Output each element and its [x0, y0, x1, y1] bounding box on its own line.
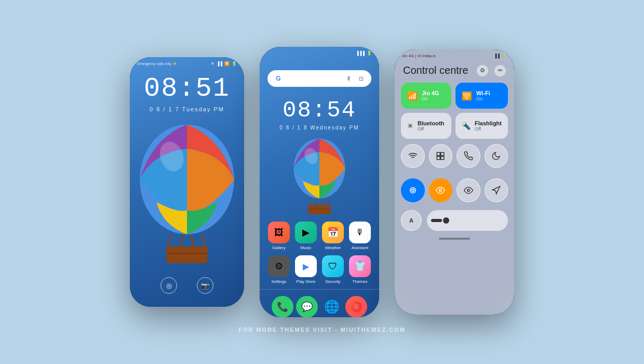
signal-icon: ▐▐: [217, 61, 222, 66]
app-security[interactable]: 🛡 Security: [321, 255, 344, 284]
flashlight-name: Flashlight: [475, 120, 502, 126]
phones-container: Emergency calls only ⚡ ✳ ▐▐ 🛜 🔋 08:51 0 …: [130, 47, 514, 317]
wifi-text: Wi-Fi On: [476, 90, 490, 101]
brightness-slider[interactable]: [427, 210, 508, 231]
lens-search-icon[interactable]: ⊡: [357, 74, 365, 83]
dock-messages[interactable]: 💬: [296, 296, 318, 317]
tile-bluetooth[interactable]: ✳ Bluetooth Off: [401, 113, 451, 139]
svg-point-23: [467, 189, 470, 192]
app-gallery[interactable]: 🖼 Gallery: [267, 222, 290, 250]
flashlight-status: Off: [475, 126, 502, 132]
playstore-icon: ▶: [295, 255, 317, 277]
weather-icon: 📅: [322, 222, 344, 243]
phone-2-homescreen: ▐▐▐ 🔋 G 🎙 ⊡ 08:54 0 8 / 1 8 Wednesday PM: [260, 47, 379, 317]
moon-round-btn[interactable]: [485, 144, 508, 168]
wifi-icon: 🛜: [224, 61, 230, 66]
svg-rect-18: [437, 157, 440, 160]
search-bar[interactable]: G 🎙 ⊡: [267, 70, 371, 87]
navigate-round-btn[interactable]: [485, 178, 508, 202]
camera-round-btn[interactable]: [401, 178, 425, 202]
wifi-tile-icon: 🛜: [462, 91, 472, 101]
bluetooth-name: Bluetooth: [418, 120, 444, 126]
phone-3-control: Jio 4G | VI India-Ic ▐▐ 🔋 Control centre…: [395, 49, 514, 315]
dock-phone[interactable]: 📞: [272, 296, 293, 317]
camera-bottom-icon[interactable]: ◎: [160, 277, 177, 294]
carrier-text: Jio 4G | VI India-Ic: [402, 54, 436, 58]
app-grid-row1: 🖼 Gallery ▶ Music 📅 Weather 🎙 Assistant: [260, 216, 379, 255]
dock: 📞 💬 🌐 ⭕: [260, 289, 379, 317]
app-grid-row2: ⚙ Settings ▶ Play Store 🛡 Security 👕 The…: [260, 255, 379, 289]
lock-bottom-icons: ◎ 📷: [130, 269, 244, 307]
balloon-2: [286, 133, 353, 216]
app-weather[interactable]: 📅 Weather: [321, 222, 344, 250]
wifi-round-btn[interactable]: [401, 144, 425, 168]
tile-jio4g[interactable]: 📶 Jio 4G On: [401, 83, 451, 109]
eye-round-btn[interactable]: [429, 178, 453, 202]
svg-line-12: [321, 199, 324, 206]
assistant-label: Assistant: [352, 245, 368, 250]
app-themes[interactable]: 👕 Themes: [348, 255, 371, 284]
tile-wifi[interactable]: 🛜 Wi-Fi On: [455, 83, 508, 109]
balloon-1: [130, 112, 244, 269]
control-row2: [395, 173, 514, 207]
home-date: 0 8 / 1 8 Wednesday PM: [260, 125, 379, 131]
weather-label: Weather: [325, 245, 341, 250]
battery-3: 🔋: [502, 54, 507, 58]
signal-3: ▐▐: [494, 54, 500, 58]
bluetooth-text: Bluetooth Off: [418, 120, 444, 132]
svg-rect-19: [441, 157, 444, 160]
svg-line-9: [309, 199, 311, 206]
camera-back-icon[interactable]: 📷: [197, 277, 213, 294]
homescreen: ▐▐▐ 🔋 G 🎙 ⊡ 08:54 0 8 / 1 8 Wednesday PM: [260, 47, 379, 317]
settings-cc-icon[interactable]: ⚙: [477, 65, 488, 76]
svg-marker-24: [493, 187, 500, 194]
svg-rect-13: [308, 205, 330, 214]
music-icon: ▶: [295, 222, 317, 243]
wifi-name: Wi-Fi: [476, 90, 490, 96]
svg-line-2: [202, 235, 206, 248]
airplane-round-btn[interactable]: [457, 144, 480, 168]
control-title: Control centre: [403, 64, 468, 76]
eye2-round-btn[interactable]: [457, 178, 480, 202]
battery-2: 🔋: [367, 51, 372, 56]
settings-label: Settings: [272, 279, 287, 284]
lock-time: 08:51: [144, 73, 230, 104]
edit-cc-icon[interactable]: ✏: [494, 65, 506, 76]
brightness-fill: [431, 219, 442, 222]
control-row1: [395, 139, 514, 173]
svg-line-3: [179, 235, 183, 248]
home-clock: 08:54: [260, 97, 379, 123]
gallery-icon: 🖼: [268, 222, 290, 243]
status-bar-3: Jio 4G | VI India-Ic ▐▐ 🔋: [395, 49, 514, 60]
svg-rect-16: [437, 152, 440, 155]
emergency-text: Emergency calls only ⚡: [137, 62, 177, 66]
bluetooth-tile-icon: ✳: [407, 122, 413, 130]
app-assistant[interactable]: 🎙 Assistant: [348, 222, 371, 250]
dock-chrome[interactable]: 🌐: [321, 296, 343, 317]
app-settings[interactable]: ⚙ Settings: [267, 255, 290, 284]
control-header-icons: ⚙ ✏: [477, 65, 506, 76]
translate-round-btn[interactable]: [429, 144, 453, 168]
status-icons-1: ✳ ▐▐ 🛜 🔋: [211, 61, 237, 66]
auto-brightness-btn[interactable]: A: [401, 210, 422, 231]
tile-flashlight[interactable]: 🔦 Flashlight Off: [455, 113, 508, 139]
settings-icon: ⚙: [268, 255, 290, 277]
app-music[interactable]: ▶ Music: [294, 222, 317, 250]
playstore-label: Play Store: [297, 279, 316, 284]
app-playstore[interactable]: ▶ Play Store: [294, 255, 317, 284]
phone-1-lockscreen: Emergency calls only ⚡ ✳ ▐▐ 🛜 🔋 08:51 0 …: [130, 57, 244, 307]
bluetooth-icon: ✳: [211, 61, 214, 66]
jio4g-text: Jio 4G On: [422, 90, 439, 101]
svg-point-22: [439, 189, 442, 192]
brightness-row: A: [395, 207, 514, 233]
voice-search-icon[interactable]: 🎙: [344, 74, 353, 83]
security-label: Security: [326, 279, 341, 284]
lockscreen: Emergency calls only ⚡ ✳ ▐▐ 🛜 🔋 08:51 0 …: [130, 57, 244, 307]
themes-label: Themes: [353, 279, 368, 284]
svg-line-11: [315, 199, 317, 206]
home-indicator: [439, 238, 470, 240]
status-bar-2: ▐▐▐ 🔋: [260, 47, 379, 58]
dock-miui[interactable]: ⭕: [345, 296, 367, 317]
music-label: Music: [301, 245, 312, 250]
flashlight-text: Flashlight Off: [475, 120, 502, 132]
